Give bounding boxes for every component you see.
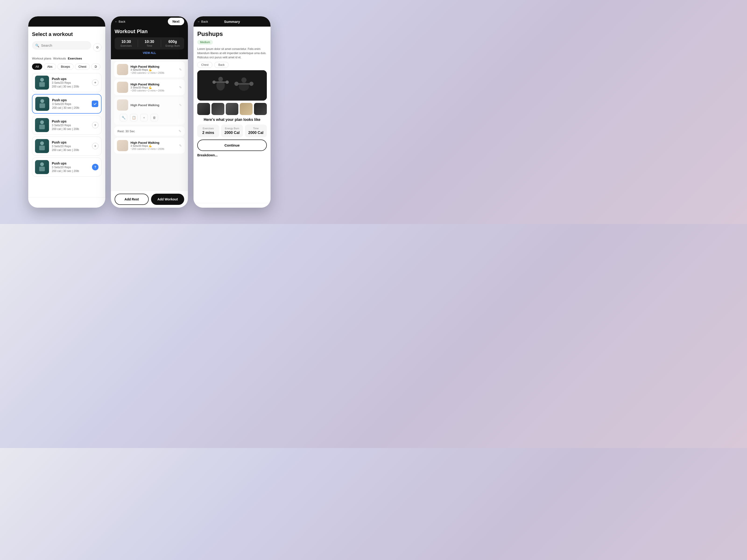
settings-icon[interactable]: 🔧 bbox=[120, 114, 127, 121]
exercise-meta: ~200 calories • 2 mins • 200lb bbox=[130, 89, 177, 92]
stat-exercises: 10:30 Exercises bbox=[114, 40, 138, 47]
search-input[interactable] bbox=[41, 44, 88, 47]
tag-chest[interactable]: Chest bbox=[197, 62, 212, 68]
thumbnail-5 bbox=[254, 103, 267, 115]
add-button[interactable]: + bbox=[92, 143, 99, 149]
continue-button[interactable]: Continue bbox=[197, 139, 267, 151]
exercise-sets: 3 Sets/20 Reps 💪 bbox=[130, 144, 177, 148]
workout-name: Push ups bbox=[52, 98, 89, 102]
search-bar[interactable]: 🔍 bbox=[32, 41, 91, 50]
exercise-card[interactable]: High Paced Walking 3 Sets/20 Reps 💪 ~200… bbox=[114, 61, 185, 77]
workout-sets: 3 Sets/20 Reps bbox=[52, 124, 89, 127]
phone-workout-plan: ← Back Next Workout Plan 10:30 Exercises… bbox=[111, 16, 188, 208]
filter-button[interactable]: ⚙ bbox=[93, 43, 102, 52]
stat-time: 10:30 Time bbox=[138, 40, 161, 47]
stat-box-energy: Energy Burn 2000 Cal bbox=[221, 125, 243, 137]
next-button[interactable]: Next bbox=[168, 18, 184, 25]
svg-rect-1 bbox=[39, 82, 45, 87]
edit-icon[interactable]: ✎ bbox=[179, 103, 182, 107]
exercise-card[interactable]: High Paced Walking 3 Sets/20 Reps 💪 ~200… bbox=[114, 138, 185, 154]
back-label: Back bbox=[119, 20, 125, 23]
workout-thumbnail bbox=[35, 118, 49, 132]
exercise-card-editing[interactable]: High Paced Walking ✎ 🔧 📋 + 🗑 bbox=[114, 97, 185, 125]
difficulty-badge: Medium bbox=[197, 40, 213, 45]
chip-abs[interactable]: Abs bbox=[44, 63, 56, 70]
edit-icon[interactable]: ✎ bbox=[179, 85, 182, 89]
chip-chest[interactable]: Chest bbox=[75, 63, 90, 70]
stat-exercises-value: 10:30 bbox=[117, 40, 136, 44]
workout-card[interactable]: Push ups 3 Sets/20 Reps 200 cal | 30 sec… bbox=[32, 136, 102, 156]
filter-chips: All Abs Biceps Chest D E F G bbox=[32, 63, 102, 70]
edit-icon[interactable]: ✎ bbox=[179, 144, 182, 148]
question-button[interactable]: ? bbox=[92, 164, 99, 170]
delete-icon[interactable]: 🗑 bbox=[151, 114, 158, 121]
svg-point-20 bbox=[249, 82, 254, 86]
stat-time-value: 10:30 bbox=[140, 40, 159, 44]
workout-meta: 200 cal | 30 sec | 20lb bbox=[52, 85, 89, 88]
stat-energy-label: Energy Burn bbox=[224, 127, 241, 130]
tag-back[interactable]: Back bbox=[214, 62, 229, 68]
thumbnail-4 bbox=[240, 103, 253, 115]
thumbnail-1 bbox=[197, 103, 210, 115]
svg-point-8 bbox=[40, 162, 44, 166]
svg-point-15 bbox=[226, 80, 229, 84]
stat-exercises-value: 2 mins bbox=[200, 131, 217, 135]
workout-name: Push ups bbox=[52, 77, 89, 81]
workout-meta: 200 cal | 30 sec | 20lb bbox=[52, 149, 89, 152]
add-workout-button[interactable]: Add Workout bbox=[151, 194, 184, 205]
hero-image bbox=[197, 70, 267, 101]
page-title: Select a workout bbox=[32, 31, 102, 37]
summary-title: Summary bbox=[224, 20, 240, 24]
check-button[interactable] bbox=[92, 101, 98, 107]
add-icon[interactable]: + bbox=[140, 114, 148, 121]
workout-card[interactable]: Push ups 3 Sets/20 Reps 200 cal | 30 sec… bbox=[32, 115, 102, 135]
svg-rect-3 bbox=[40, 103, 45, 108]
svg-point-12 bbox=[218, 77, 223, 81]
exercise-thumbnail bbox=[117, 64, 128, 75]
back-button[interactable]: ← Back bbox=[197, 20, 208, 23]
thumbnail-strip bbox=[197, 103, 267, 115]
workout-list: Push ups 3 Sets/20 Reps 200 cal | 30 sec… bbox=[32, 73, 102, 177]
workout-thumbnail bbox=[35, 97, 49, 111]
workout-info: Push ups 3 Sets/20 Reps 200 cal | 30 sec… bbox=[52, 140, 89, 152]
exercise-thumbnail bbox=[117, 140, 128, 151]
thumbnail-3 bbox=[226, 103, 238, 115]
rest-edit-icon[interactable]: ✎ bbox=[179, 129, 181, 133]
chip-d[interactable]: D bbox=[91, 63, 100, 70]
stats-row: 10:30 Exercises 10:30 Time 600g Energy B… bbox=[114, 37, 184, 50]
workout-card[interactable]: Push ups 3 Sets/20 Reps 200 cal | 30 sec… bbox=[32, 158, 102, 177]
back-button[interactable]: ← Back bbox=[114, 20, 125, 23]
svg-point-19 bbox=[234, 82, 238, 86]
edit-icon[interactable]: ✎ bbox=[179, 68, 182, 72]
exercise-card[interactable]: High Paced Walking 3 Sets/20 Reps 💪 ~200… bbox=[114, 79, 185, 95]
tab-workouts[interactable]: Workouts bbox=[53, 57, 66, 60]
exercise-name: High Paced Walking bbox=[130, 65, 177, 69]
workout-thumbnail bbox=[35, 139, 49, 153]
add-rest-button[interactable]: Add Rest bbox=[114, 194, 149, 205]
tab-workout-plans[interactable]: Workout plans bbox=[32, 57, 51, 60]
workout-sets: 3 Sets/20 Reps bbox=[52, 145, 89, 148]
plan-header: Workout Plan 10:30 Exercises 10:30 Time … bbox=[111, 27, 188, 59]
chip-biceps[interactable]: Biceps bbox=[57, 63, 74, 70]
add-button[interactable]: + bbox=[92, 79, 99, 86]
workout-meta: 200 cal | 30 sec | 20lb bbox=[52, 106, 89, 109]
workout-sets: 3 Sets/20 Reps bbox=[52, 102, 89, 106]
workout-card[interactable]: Push ups 3 Sets/20 Reps 200 cal | 30 sec… bbox=[32, 73, 102, 92]
workout-name: Push ups bbox=[52, 119, 89, 123]
phone3-bottom-bar bbox=[194, 203, 271, 208]
workout-card-selected[interactable]: Push ups 3 Sets/20 Reps 200 cal | 30 sec… bbox=[32, 94, 102, 114]
workout-name: Push ups bbox=[52, 161, 89, 165]
tab-exercises[interactable]: Exercises bbox=[68, 57, 82, 60]
stat-box-time: Time 2000 Cal bbox=[245, 125, 267, 137]
svg-point-14 bbox=[212, 80, 216, 84]
svg-rect-9 bbox=[39, 167, 45, 171]
phone1-top-bar bbox=[28, 16, 105, 27]
workout-info: Push ups 3 Sets/20 Reps 200 cal | 30 sec… bbox=[52, 98, 89, 109]
search-icon: 🔍 bbox=[35, 44, 39, 47]
action-icons-row: 🔧 📋 + 🗑 bbox=[117, 113, 161, 122]
add-button[interactable]: + bbox=[92, 122, 99, 128]
view-all[interactable]: VIEW ALL bbox=[114, 50, 184, 56]
copy-icon[interactable]: 📋 bbox=[130, 114, 137, 121]
chip-all[interactable]: All bbox=[32, 63, 42, 70]
svg-rect-18 bbox=[237, 83, 251, 85]
